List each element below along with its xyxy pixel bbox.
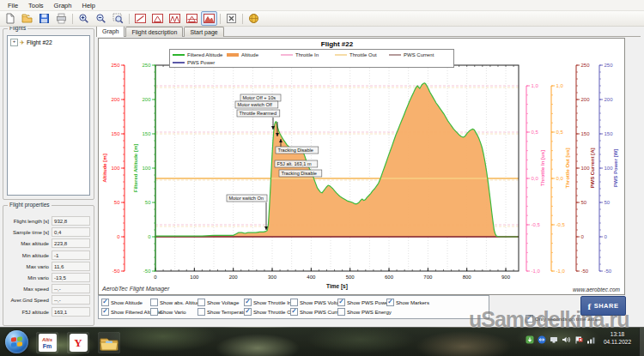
checkbox-label: Show PWS Energy xyxy=(347,309,392,315)
checkbox-show-throttle-out[interactable]: ✓Show Throttle Out xyxy=(244,307,295,317)
tab-graph[interactable]: Graph xyxy=(96,25,125,37)
tray-update-icon[interactable] xyxy=(526,335,534,344)
checkbox-show-pws-power[interactable]: ✓Show PWS Power xyxy=(337,298,392,307)
chart-view-5-button[interactable] xyxy=(201,11,217,26)
svg-text:0: 0 xyxy=(148,234,151,239)
show-desktop-button[interactable] xyxy=(639,328,644,356)
taskbar-altis-flight-manager[interactable]: AltisFm xyxy=(36,332,58,353)
property-value: 163,1 xyxy=(52,307,90,317)
checkbox-box[interactable] xyxy=(337,308,345,316)
tray-signal-icon[interactable] xyxy=(586,335,596,344)
flight-tree-item[interactable]: + ✈ Flight #22 xyxy=(8,36,89,46)
menu-help[interactable]: Help xyxy=(76,0,100,10)
property-value: -1 xyxy=(52,250,90,260)
checkbox-column: ✓Show Markers xyxy=(386,298,429,307)
flights-groupbox: Flights + ✈ Flight #22 xyxy=(3,28,94,200)
svg-text:-0,5: -0,5 xyxy=(556,222,566,227)
chart-view-1-button[interactable] xyxy=(132,11,149,26)
property-value: 0,4 xyxy=(52,227,90,237)
taskbar-yandex-browser[interactable]: Y xyxy=(67,332,89,353)
flight-properties-label: Flight properties xyxy=(8,202,52,208)
menu-graph[interactable]: Graph xyxy=(49,0,77,10)
folder-icon xyxy=(99,335,119,352)
checkbox-box[interactable]: ✓ xyxy=(386,299,394,306)
legend-label: Throttle Out xyxy=(349,52,377,57)
checkbox-box[interactable]: ✓ xyxy=(337,299,345,306)
save-file-button[interactable] xyxy=(36,11,52,26)
toolbar-separator xyxy=(242,14,243,24)
legend-item-pws-current: PWS Current xyxy=(389,52,443,57)
legend-swatch xyxy=(173,54,185,56)
legend-swatch xyxy=(281,54,293,56)
checkbox-box[interactable]: ✓ xyxy=(290,308,298,316)
svg-text:0: 0 xyxy=(154,275,157,280)
zoom-selection-button[interactable] xyxy=(110,11,126,26)
tray-network-icon[interactable] xyxy=(550,335,558,344)
checkbox-label: Show abs. Altitude xyxy=(160,299,203,305)
checkbox-column: Show abs. AltitudeShow Vario xyxy=(150,298,203,317)
svg-text:-50: -50 xyxy=(143,269,151,274)
legend-swatch xyxy=(227,53,239,57)
website-link[interactable]: www.aerobtec.com xyxy=(573,287,620,293)
flight-chart[interactable]: 0100200300400500600700800900250200150100… xyxy=(99,39,624,294)
zoom-out-button[interactable] xyxy=(93,11,109,26)
property-label: Max altitude xyxy=(7,240,49,246)
tab-flight-description[interactable]: Flight description xyxy=(125,27,183,37)
menu-tools[interactable]: Tools xyxy=(23,0,49,10)
svg-text:600: 600 xyxy=(385,275,394,280)
checkbox-box[interactable] xyxy=(150,299,158,306)
checkbox-box[interactable] xyxy=(150,308,158,316)
checkbox-show-markers[interactable]: ✓Show Markers xyxy=(386,298,429,307)
tab-start-page[interactable]: Start page xyxy=(184,27,223,37)
svg-text:200: 200 xyxy=(581,97,591,102)
property-value: 11,6 xyxy=(52,262,90,271)
legend-label: Altitude xyxy=(241,52,258,57)
start-button[interactable] xyxy=(5,330,28,353)
annotation-throttle-rearmed: Throttle Rearmed xyxy=(237,110,280,117)
svg-text:150: 150 xyxy=(111,131,120,136)
checkbox-column: Show VoltageShow Temperature xyxy=(197,298,251,317)
open-file-button[interactable] xyxy=(19,11,35,26)
checkbox-column: ✓Show PWS PowerShow PWS Energy xyxy=(337,298,392,317)
new-file-button[interactable] xyxy=(2,11,18,26)
property-row-f5j-altitude: F5J altitude163,1 xyxy=(7,307,90,317)
checkbox-box[interactable]: ✓ xyxy=(244,308,252,316)
tray-volume-icon[interactable] xyxy=(562,335,571,344)
tray-teamviewer-icon[interactable] xyxy=(538,335,546,344)
annotation-f5j-alt-163-1-m: F5J alt. 163,1 m xyxy=(275,160,318,167)
zoom-in-button[interactable] xyxy=(76,11,92,26)
svg-text:-50: -50 xyxy=(605,269,612,274)
svg-text:200: 200 xyxy=(111,97,120,102)
tree-expander-icon[interactable]: + xyxy=(10,39,18,46)
reset-view-button[interactable] xyxy=(223,11,240,26)
property-row-aver-gnd-speed: Aver.Gnd Speed--,- xyxy=(7,295,90,305)
checkbox-show-temperature[interactable]: Show Temperature xyxy=(197,307,251,317)
checkbox-show-abs-altitude[interactable]: Show abs. Altitude xyxy=(150,298,203,307)
checkbox-box[interactable]: ✓ xyxy=(101,299,109,306)
altis-fm-text: Fm xyxy=(43,343,52,349)
checkbox-box[interactable]: ✓ xyxy=(101,308,109,316)
checkbox-box[interactable] xyxy=(290,299,298,306)
print-button[interactable] xyxy=(53,11,70,26)
web-globe-button[interactable] xyxy=(246,11,262,26)
checkbox-show-voltage[interactable]: Show Voltage xyxy=(197,298,251,307)
checkbox-show-pws-energy[interactable]: Show PWS Energy xyxy=(337,307,392,317)
taskbar-clock[interactable]: 13:18 04.11.2022 xyxy=(598,330,637,346)
chart-view-2-button[interactable] xyxy=(149,11,166,26)
taskbar-file-explorer[interactable] xyxy=(98,332,120,353)
property-row-sample-time-s: Sample time [s]0,4 xyxy=(7,227,90,237)
checkbox-show-vario[interactable]: Show Vario xyxy=(150,307,203,317)
chart-view-4-button[interactable] xyxy=(184,11,200,26)
checkbox-show-throttle-in[interactable]: ✓Show Throttle In xyxy=(244,298,295,307)
tray-action-center-icon[interactable] xyxy=(574,335,583,344)
property-value: -13,5 xyxy=(52,273,90,282)
chart-view-3-button[interactable] xyxy=(167,11,183,26)
svg-text:Throttle Out [us]: Throttle Out [us] xyxy=(565,148,570,189)
menu-file[interactable]: File xyxy=(3,0,23,10)
altis-logo-text: Altis xyxy=(42,337,52,343)
svg-text:200: 200 xyxy=(142,97,151,102)
chart-legend: Filtered AltitudeAltitudeThrottle InThro… xyxy=(169,49,454,68)
checkbox-box[interactable] xyxy=(197,308,205,316)
checkbox-box[interactable]: ✓ xyxy=(244,299,252,306)
checkbox-box[interactable] xyxy=(197,299,205,306)
